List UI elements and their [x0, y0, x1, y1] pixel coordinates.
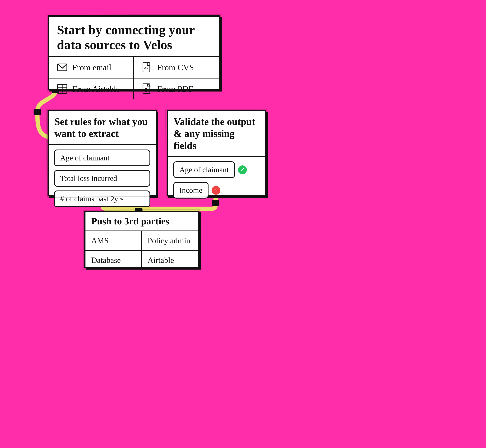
source-cvs-label: From CVS — [157, 63, 194, 72]
source-airtable-label: From Airtable — [72, 84, 120, 94]
validate-field-row-0: Age of claimant ✓ — [173, 161, 260, 178]
top-card: Start by connecting your data sources to… — [48, 15, 220, 90]
parties-grid: AMS Policy admin Database Airtable — [85, 231, 198, 270]
validate-field-0[interactable]: Age of claimant — [173, 161, 235, 178]
sources-grid: From email CSV From CVS From — [49, 57, 219, 99]
svg-rect-8 — [147, 63, 150, 65]
validate-card-body: Age of claimant ✓ Income i — [168, 157, 265, 203]
source-pdf-label: From PDF — [157, 84, 193, 94]
validate-card-title: Validate the output & any missing fields — [168, 111, 265, 157]
rules-card: Set rules for what you want to extract A… — [48, 110, 157, 196]
csv-icon: CSV — [142, 62, 153, 73]
source-email-label: From email — [72, 63, 111, 72]
party-policy-admin: Policy admin — [142, 231, 198, 251]
status-red-badge: i — [212, 186, 220, 195]
status-green-badge: ✓ — [238, 165, 247, 174]
validate-field-1[interactable]: Income — [173, 182, 208, 199]
validate-field-row-1: Income i — [173, 182, 260, 199]
pdf-icon — [142, 83, 153, 94]
bottom-card-title: Push to 3rd parties — [85, 212, 198, 231]
source-cvs[interactable]: CSV From CVS — [134, 57, 219, 79]
source-email[interactable]: From email — [49, 57, 134, 79]
validate-card: Validate the output & any missing fields… — [167, 110, 266, 196]
rules-card-body: Age of claimant Total loss incurred # of… — [49, 145, 156, 211]
rules-field-0[interactable]: Age of claimant — [54, 150, 150, 166]
rules-field-1[interactable]: Total loss incurred — [54, 170, 150, 187]
source-pdf[interactable]: From PDF — [134, 79, 219, 99]
rules-field-2[interactable]: # of claims past 2yrs — [54, 191, 150, 207]
airtable-icon — [57, 83, 68, 94]
party-airtable: Airtable — [142, 251, 198, 270]
svg-text:CSV: CSV — [144, 67, 148, 69]
rules-card-title: Set rules for what you want to extract — [49, 111, 156, 145]
svg-rect-1 — [34, 110, 41, 115]
top-card-title: Start by connecting your data sources to… — [49, 17, 219, 57]
source-airtable[interactable]: From Airtable — [49, 79, 134, 99]
email-icon — [57, 62, 68, 73]
party-database: Database — [85, 251, 142, 270]
bottom-card: Push to 3rd parties AMS Policy admin Dat… — [84, 211, 199, 268]
party-ams: AMS — [85, 231, 142, 251]
